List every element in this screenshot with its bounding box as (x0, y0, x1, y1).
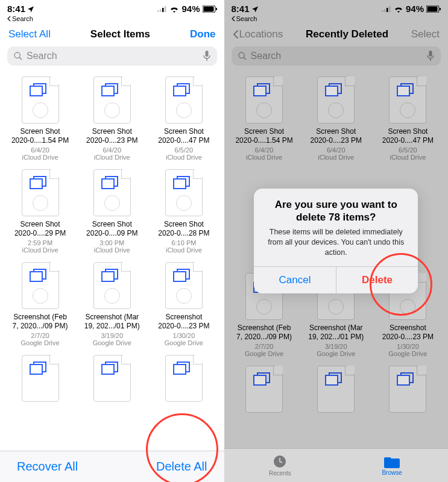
location-icon (27, 5, 34, 13)
search-icon (13, 51, 23, 61)
file-grid: Screen Shot2020-0....1.54 PM6/4/20iCloud… (0, 70, 224, 410)
svg-rect-3 (165, 6, 166, 12)
file-icon (165, 262, 203, 309)
search-placeholder: Search (27, 51, 199, 61)
svg-point-7 (14, 52, 20, 58)
file-item[interactable]: Screen Shot2020-0....29 PM2:59 PMiCloud … (5, 167, 75, 258)
alert-backdrop: Are you sure you want to delete 78 items… (224, 0, 449, 482)
file-item[interactable]: Screen Shot2020-0....1.54 PM6/4/20iCloud… (5, 74, 75, 166)
status-bar: 8:41 94% (0, 0, 224, 14)
back-label: Search (12, 15, 33, 22)
file-item[interactable] (148, 352, 219, 410)
file-item[interactable]: Screenshot2020-0....23 PM1/30/20Google D… (148, 260, 219, 351)
screen-recently-deleted: 8:41 94% Search Locations Recently Delet… (224, 0, 449, 482)
toolbar: Recover All Delete All (0, 451, 224, 482)
back-to-search[interactable]: Search (0, 14, 224, 23)
file-item[interactable]: Screen Shot2020-0....09 PM3:00 PMiCloud … (77, 167, 147, 258)
file-item[interactable]: Screen Shot2020-0....28 PM6:10 PMiCloud … (148, 167, 219, 258)
battery-icon (203, 5, 217, 13)
svg-rect-1 (160, 9, 162, 12)
alert-message: These items will be deleted immediately … (254, 225, 418, 266)
file-icon (165, 77, 203, 124)
cellular-icon (157, 6, 167, 12)
file-icon (22, 262, 59, 309)
done-button[interactable]: Done (190, 28, 216, 40)
file-icon (93, 262, 131, 309)
file-item[interactable]: Screenshot (Mar19, 202.../01 PM)3/19/20G… (77, 260, 147, 351)
svg-line-8 (19, 57, 22, 60)
cancel-button[interactable]: Cancel (254, 267, 336, 293)
file-item[interactable] (77, 352, 147, 410)
svg-rect-9 (205, 51, 208, 57)
file-icon (93, 355, 131, 402)
select-all-button[interactable]: Select All (8, 28, 51, 40)
file-item[interactable]: Screen Shot2020-0....23 PM6/4/20iCloud D… (77, 74, 147, 166)
svg-rect-6 (216, 8, 217, 10)
file-item[interactable]: Screen Shot2020-0....47 PM6/5/20iCloud D… (148, 74, 219, 166)
page-title: Select Items (90, 28, 150, 40)
file-icon (93, 169, 131, 216)
file-icon (93, 77, 131, 124)
svg-rect-0 (157, 10, 159, 12)
svg-rect-5 (203, 6, 213, 11)
file-item[interactable]: Screenshot (Feb7, 2020.../09 PM)2/7/20Go… (5, 260, 75, 351)
file-icon (165, 169, 203, 216)
delete-button[interactable]: Delete (336, 267, 418, 293)
mic-icon[interactable] (203, 51, 211, 61)
file-icon (165, 355, 203, 402)
file-icon (22, 169, 59, 216)
screen-select-items: 8:41 94% Search Select All Select Items … (0, 0, 224, 482)
battery-percent: 94% (181, 4, 200, 14)
recover-all-button[interactable]: Recover All (17, 460, 78, 474)
chevron-left-icon (7, 16, 11, 22)
delete-all-button[interactable]: Delete All (156, 460, 207, 474)
file-icon (22, 77, 59, 124)
alert-title: Are you sure you want to delete 78 items… (254, 189, 418, 225)
svg-rect-2 (162, 8, 164, 12)
wifi-icon (169, 5, 179, 13)
status-time: 8:41 (7, 4, 25, 14)
search-field[interactable]: Search (7, 46, 217, 66)
file-icon (22, 355, 59, 402)
nav-bar: Select All Select Items Done (0, 23, 224, 44)
delete-confirm-alert: Are you sure you want to delete 78 items… (254, 189, 418, 293)
file-item[interactable] (5, 352, 75, 410)
